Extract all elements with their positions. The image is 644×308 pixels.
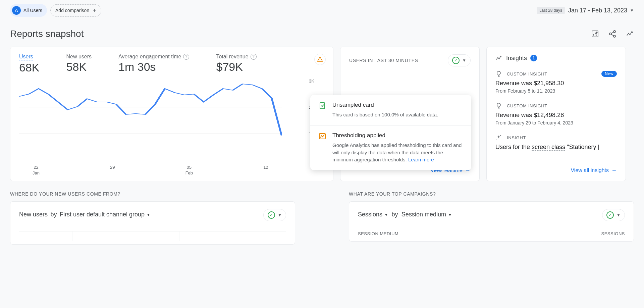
filter-bar: A All Users Add comparison + Last 28 day…	[0, 0, 644, 21]
date-preset-label: Last 28 days	[537, 7, 565, 14]
data-quality-button[interactable]: ✓ ▼	[602, 209, 625, 221]
metric-value: 68K	[19, 61, 40, 74]
document-check-icon	[318, 102, 326, 110]
table-col-header: SESSIONS	[491, 231, 625, 236]
segment-badge: A	[12, 6, 21, 15]
check-icon: ✓	[268, 211, 275, 219]
metric-label: Total revenue?	[216, 54, 256, 60]
popover-title: Unsampled card	[332, 102, 438, 108]
svg-point-6	[500, 135, 501, 136]
svg-point-7	[496, 139, 497, 140]
y-tick: 3K	[309, 79, 314, 84]
date-range-text: Jan 17 - Feb 13, 2023	[568, 7, 627, 14]
metric-total-revenue[interactable]: Total revenue? $79K	[216, 54, 256, 74]
svg-rect-8	[320, 103, 325, 109]
help-icon[interactable]: ?	[183, 54, 189, 60]
popover-text: Google Analytics has applied thresholdin…	[332, 142, 463, 163]
insight-item[interactable]: CUSTOM INSIGHT New Revenue was $21,958.3…	[495, 70, 617, 94]
insight-title: Users for the screen class "Stationery |	[495, 144, 617, 151]
view-all-insights-link[interactable]: View all insights →	[495, 167, 617, 173]
insight-tag: INSIGHT	[507, 135, 526, 140]
metric-value: 1m 30s	[118, 60, 189, 73]
data-quality-button[interactable]: ✓ ▼	[448, 54, 471, 66]
add-comparison-button[interactable]: Add comparison +	[50, 4, 101, 17]
insight-tag: CUSTOM INSIGHT	[507, 71, 547, 76]
insight-item[interactable]: CUSTOM INSIGHT Revenue was $12,498.28 Fr…	[495, 102, 617, 125]
chevron-down-icon: ▼	[147, 213, 150, 217]
table-col-header: SESSION MEDIUM	[358, 231, 491, 236]
metric-tabs: Users 68K New users 58K Average engageme…	[19, 54, 324, 74]
insights-card: Insights 1 CUSTOM INSIGHT New Revenue wa…	[486, 47, 626, 181]
segment-label: All Users	[23, 8, 42, 13]
metric-value: 58K	[66, 60, 92, 73]
section-heading: WHERE DO YOUR NEW USERS COME FROM?	[10, 191, 295, 197]
metric-label: New users	[66, 54, 92, 60]
learn-more-link[interactable]: Learn more	[408, 157, 434, 162]
section-heading: WHAT ARE YOUR TOP CAMPAIGNS?	[349, 191, 634, 197]
metric-users[interactable]: Users 68K	[19, 54, 40, 74]
new-badge: New	[601, 71, 617, 77]
page-header: Reports snapshot	[0, 21, 644, 47]
insight-sub: From January 29 to February 4, 2023	[495, 120, 617, 125]
insights-title: Insights	[506, 55, 527, 62]
date-range-picker[interactable]: Jan 17 - Feb 13, 2023 ▼	[568, 7, 634, 14]
check-icon: ✓	[606, 211, 614, 219]
chevron-down-icon: ▼	[278, 213, 282, 217]
svg-point-1	[613, 31, 615, 33]
metric-new-users[interactable]: New users 58K	[66, 54, 92, 74]
popover-text: This card is based on 100.0% of availabl…	[332, 111, 438, 118]
data-quality-popover: Unsampled card This card is based on 100…	[310, 95, 471, 170]
bulb-icon	[495, 102, 502, 109]
insight-item[interactable]: INSIGHT Users for the screen class "Stat…	[495, 134, 617, 151]
chart-alert-icon	[318, 132, 326, 140]
chevron-down-icon: ▼	[448, 213, 452, 217]
users-line-chart: 3K 2K 1K 0 22Jan 29 05Feb 12	[19, 81, 324, 175]
realtime-title: USERS IN LAST 30 MINUTES	[349, 58, 418, 63]
insight-title: Revenue was $21,958.30	[495, 80, 617, 87]
chevron-down-icon: ▼	[384, 213, 388, 217]
overview-card: Users 68K New users 58K Average engageme…	[10, 47, 333, 181]
chevron-down-icon: ▼	[630, 8, 634, 13]
check-icon: ✓	[452, 57, 460, 64]
segment-all-users[interactable]: A All Users	[10, 4, 47, 17]
chevron-down-icon: ▼	[462, 58, 466, 63]
metric-label: Users	[19, 54, 33, 60]
insights-icon	[495, 54, 503, 62]
sessions-card: Sessions▼ by Session medium▼ ✓ ▼ SESSION…	[349, 201, 634, 242]
card-metric-selector[interactable]: Sessions▼ by Session medium▼	[358, 211, 452, 219]
data-quality-button[interactable]: ✓ ▼	[263, 209, 286, 221]
metric-engagement-time[interactable]: Average engagement time? 1m 30s	[118, 54, 189, 74]
customize-icon[interactable]	[591, 30, 599, 38]
plus-icon: +	[93, 7, 96, 14]
svg-point-3	[613, 35, 615, 37]
insight-sub: From February 5 to 11, 2023	[495, 88, 617, 94]
x-axis: 22Jan 29 05Feb 12	[19, 165, 282, 176]
insight-title: Revenue was $12,498.28	[495, 112, 617, 119]
popover-title: Thresholding applied	[332, 132, 463, 139]
metric-label: Average engagement time?	[118, 54, 189, 60]
help-icon[interactable]: ?	[251, 54, 257, 60]
add-comparison-label: Add comparison	[55, 8, 89, 13]
sparkle-icon	[495, 134, 502, 141]
new-users-card: New users by First user default channel …	[10, 201, 295, 245]
arrow-right-icon: →	[611, 167, 617, 173]
page-title: Reports snapshot	[10, 29, 84, 39]
chevron-down-icon: ▼	[616, 213, 621, 217]
card-metric-selector[interactable]: New users by First user default channel …	[19, 211, 150, 219]
insights-spark-icon[interactable]	[626, 30, 634, 38]
share-icon[interactable]	[608, 30, 616, 38]
header-actions	[591, 30, 634, 38]
bulb-icon	[495, 70, 502, 77]
insight-tag: CUSTOM INSIGHT	[507, 103, 547, 108]
metric-value: $79K	[216, 60, 256, 73]
insights-count-badge: 1	[530, 55, 537, 61]
svg-point-2	[609, 33, 611, 35]
